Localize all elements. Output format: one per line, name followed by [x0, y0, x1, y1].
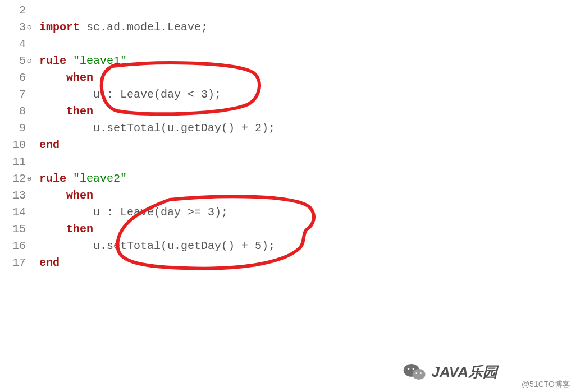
code-token: "leave2" [73, 172, 127, 185]
line-number: 8 [0, 103, 26, 120]
code-token [39, 105, 66, 118]
code-line[interactable]: u : Leave(day >= 3); [39, 204, 576, 221]
code-token: sc.ad.model.Leave; [80, 21, 208, 34]
line-number: 13 [0, 187, 26, 204]
watermark-cto: @51CTO博客 [522, 380, 570, 390]
code-token: u : Leave(day < 3); [39, 88, 221, 101]
svg-point-5 [420, 372, 422, 374]
svg-point-4 [415, 372, 417, 374]
code-token [39, 189, 66, 202]
line-number: 17 [0, 255, 26, 271]
line-number: 9 [0, 120, 26, 137]
code-line[interactable]: u : Leave(day < 3); [39, 86, 576, 103]
line-number: 11 [0, 154, 26, 170]
code-token: rule [39, 172, 66, 185]
fold-collapse-icon[interactable] [26, 58, 33, 64]
code-token: u.setTotal(u.getDay() + 5); [39, 239, 275, 252]
line-number: 7 [0, 86, 26, 103]
code-token: when [66, 189, 93, 202]
code-line[interactable]: import sc.ad.model.Leave; [39, 19, 576, 36]
code-line[interactable]: u.setTotal(u.getDay() + 5); [39, 238, 576, 255]
code-token: when [66, 71, 93, 84]
code-token [66, 172, 73, 185]
svg-point-1 [412, 369, 425, 380]
line-number: 16 [0, 238, 26, 255]
code-line[interactable] [39, 154, 576, 170]
line-number: 3 [0, 19, 26, 36]
code-line[interactable]: end [39, 255, 576, 271]
line-number: 15 [0, 221, 26, 238]
line-number: 12 [0, 170, 26, 187]
code-editor[interactable]: 234567891011121314151617 import sc.ad.mo… [0, 0, 576, 392]
code-line[interactable]: end [39, 137, 576, 154]
code-token [39, 223, 66, 236]
code-token: import [39, 21, 80, 34]
code-token: rule [39, 54, 66, 67]
code-token: then [66, 223, 93, 236]
line-number: 2 [0, 2, 26, 19]
line-number: 5 [0, 53, 26, 70]
code-token [39, 71, 66, 84]
code-token: end [39, 139, 60, 151]
code-line[interactable]: then [39, 103, 576, 120]
fold-collapse-icon[interactable] [26, 176, 33, 182]
code-content[interactable]: import sc.ad.model.Leave; rule "leave1" … [29, 0, 576, 392]
code-line[interactable] [39, 36, 576, 53]
line-number: 4 [0, 36, 26, 53]
code-token: u : Leave(day >= 3); [39, 206, 228, 219]
code-token: "leave1" [73, 54, 127, 67]
svg-point-3 [412, 368, 414, 370]
watermark-logo: JAVA乐园 [403, 362, 498, 382]
code-line[interactable] [39, 2, 576, 19]
code-line[interactable]: when [39, 187, 576, 204]
code-line[interactable]: when [39, 70, 576, 86]
code-token: end [39, 256, 60, 269]
code-token: then [66, 105, 93, 118]
wechat-icon [403, 362, 427, 382]
line-number-gutter: 234567891011121314151617 [0, 0, 29, 392]
code-line[interactable]: rule "leave2" [39, 170, 576, 187]
watermark-text: JAVA乐园 [432, 362, 498, 382]
code-line[interactable]: then [39, 221, 576, 238]
svg-point-2 [407, 368, 409, 370]
code-line[interactable]: rule "leave1" [39, 53, 576, 70]
line-number: 10 [0, 137, 26, 154]
code-token: u.setTotal(u.getDay() + 2); [39, 122, 275, 135]
fold-collapse-icon[interactable] [26, 24, 33, 31]
code-line[interactable]: u.setTotal(u.getDay() + 2); [39, 120, 576, 137]
code-token [66, 54, 73, 67]
line-number: 14 [0, 204, 26, 221]
line-number: 6 [0, 70, 26, 86]
